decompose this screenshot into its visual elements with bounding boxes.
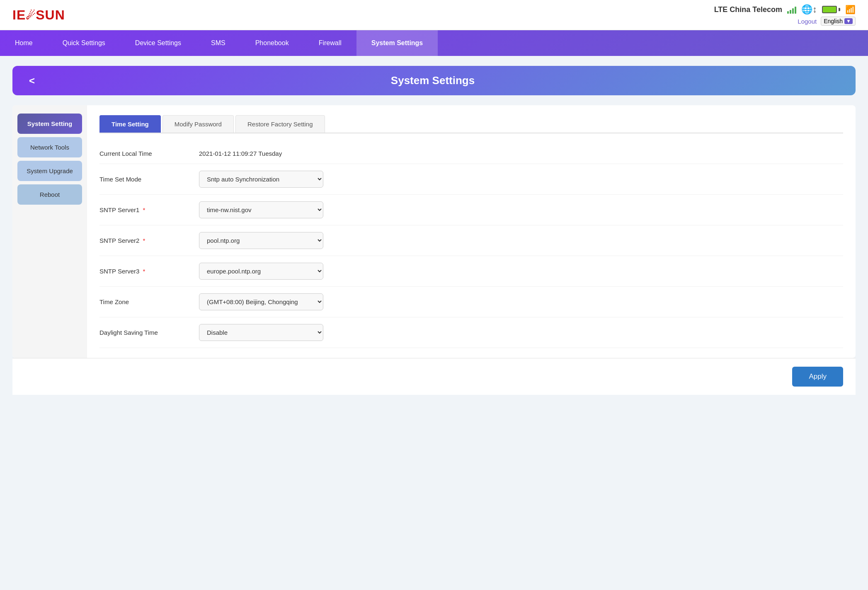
signal-row: LTE China Telecom 🌐↕ 📶 (714, 4, 856, 15)
nav-item-device-settings[interactable]: Device Settings (120, 30, 196, 56)
sidebar-item-network-tools[interactable]: Network Tools (17, 137, 82, 157)
required-star-sntp2: * (143, 237, 145, 244)
logo-text: IE☄SUN (12, 7, 65, 23)
language-label: English (824, 18, 843, 24)
wifi-icon: 📶 (845, 5, 856, 15)
header-right: LTE China Telecom 🌐↕ 📶 Logout English (714, 4, 856, 26)
signal-bars-icon (787, 5, 796, 14)
tab-modify-password[interactable]: Modify Password (162, 115, 234, 133)
header: IE☄SUN LTE China Telecom 🌐↕ 📶 Lo (0, 0, 868, 30)
sidebar-item-system-upgrade[interactable]: System Upgrade (17, 161, 82, 181)
back-button[interactable]: < (29, 75, 35, 87)
form-row-sntp-server3: SNTP Server3 * europe.pool.ntp.org (99, 256, 843, 287)
required-star-sntp3: * (143, 268, 145, 275)
select-sntp-server2[interactable]: pool.ntp.org (199, 232, 323, 249)
apply-area: Apply (12, 358, 856, 395)
label-daylight-saving: Daylight Saving Time (99, 329, 199, 336)
select-time-zone[interactable]: (GMT+08:00) Beijing, Chongqing (199, 293, 323, 310)
tab-restore-factory[interactable]: Restore Factory Setting (235, 115, 325, 133)
carrier-label: LTE China Telecom (714, 5, 782, 14)
language-arrow-icon: ▼ (844, 18, 853, 24)
apply-button[interactable]: Apply (792, 367, 843, 387)
globe-icon: 🌐↕ (801, 4, 817, 15)
select-daylight-saving[interactable]: Disable Enable (199, 324, 323, 341)
nav-item-system-settings[interactable]: System Settings (356, 30, 438, 56)
auth-row: Logout English ▼ (798, 17, 856, 26)
label-time-zone: Time Zone (99, 298, 199, 305)
main-layout: System Setting Network Tools System Upgr… (12, 105, 856, 358)
form-row-sntp-server1: SNTP Server1 * time-nw.nist.gov (99, 195, 843, 225)
settings-panel: Time Setting Modify Password Restore Fac… (87, 105, 856, 358)
tab-time-setting[interactable]: Time Setting (99, 115, 161, 133)
logout-button[interactable]: Logout (798, 18, 817, 25)
nav-item-sms[interactable]: SMS (196, 30, 240, 56)
form-row-time-zone: Time Zone (GMT+08:00) Beijing, Chongqing (99, 287, 843, 317)
page-title: System Settings (43, 74, 822, 87)
form-row-time-set-mode: Time Set Mode Sntp auto Synchronization … (99, 164, 843, 195)
select-time-set-mode[interactable]: Sntp auto Synchronization Manual (199, 171, 323, 188)
form-row-current-local-time: Current Local Time 2021-01-12 11:09:27 T… (99, 143, 843, 164)
nav-item-home[interactable]: Home (0, 30, 48, 56)
sidebar-item-system-setting[interactable]: System Setting (17, 114, 82, 134)
select-sntp-server3[interactable]: europe.pool.ntp.org (199, 263, 323, 280)
label-sntp-server3: SNTP Server3 * (99, 268, 199, 275)
tabs: Time Setting Modify Password Restore Fac… (99, 115, 843, 133)
language-selector[interactable]: English ▼ (821, 17, 856, 26)
select-sntp-server1[interactable]: time-nw.nist.gov (199, 201, 323, 218)
nav-item-quick-settings[interactable]: Quick Settings (48, 30, 120, 56)
label-current-local-time: Current Local Time (99, 150, 199, 157)
label-sntp-server1: SNTP Server1 * (99, 206, 199, 213)
content-area: < System Settings System Setting Network… (0, 56, 868, 405)
nav-item-phonebook[interactable]: Phonebook (240, 30, 304, 56)
label-sntp-server2: SNTP Server2 * (99, 237, 199, 244)
label-time-set-mode: Time Set Mode (99, 176, 199, 183)
nav-item-firewall[interactable]: Firewall (304, 30, 356, 56)
battery-icon (822, 6, 840, 13)
page-banner: < System Settings (12, 66, 856, 95)
sidebar-item-reboot[interactable]: Reboot (17, 184, 82, 205)
required-star-sntp1: * (143, 206, 145, 213)
value-current-local-time: 2021-01-12 11:09:27 Tuesday (199, 150, 282, 157)
nav-bar: HomeQuick SettingsDevice SettingsSMSPhon… (0, 30, 868, 56)
sidebar: System Setting Network Tools System Upgr… (12, 105, 87, 358)
settings-form: Current Local Time 2021-01-12 11:09:27 T… (99, 143, 843, 348)
form-row-daylight-saving: Daylight Saving Time Disable Enable (99, 317, 843, 348)
logo: IE☄SUN (12, 7, 65, 23)
form-row-sntp-server2: SNTP Server2 * pool.ntp.org (99, 225, 843, 256)
